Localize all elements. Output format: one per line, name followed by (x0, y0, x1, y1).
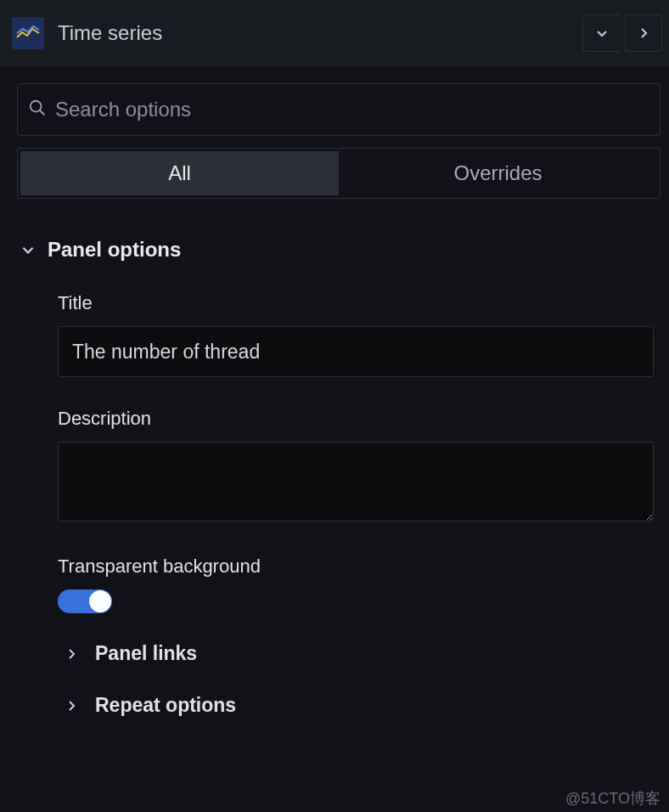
description-input[interactable] (58, 442, 654, 522)
title-label: Title (58, 292, 654, 314)
collapse-panel-button[interactable] (625, 14, 662, 52)
tab-all[interactable]: All (20, 151, 339, 195)
search-options-input[interactable] (55, 98, 649, 121)
panel-options-section: Panel options Title Description Transpar… (17, 238, 661, 717)
description-label: Description (58, 408, 654, 430)
svg-line-1 (40, 110, 45, 116)
tab-overrides[interactable]: Overrides (339, 151, 657, 195)
panel-links-label: Panel links (95, 642, 197, 665)
description-field: Description (20, 408, 654, 525)
transparent-label: Transparent background (58, 555, 654, 578)
visualization-dropdown-button[interactable] (582, 14, 620, 52)
repeat-options-section[interactable]: Repeat options (20, 694, 654, 717)
svg-point-0 (31, 101, 42, 112)
repeat-options-label: Repeat options (95, 694, 236, 717)
panel-links-section[interactable]: Panel links (20, 642, 654, 665)
options-tab-group: All Overrides (17, 148, 661, 199)
title-input[interactable] (58, 326, 654, 377)
transparent-field: Transparent background (20, 555, 654, 613)
chevron-down-icon (20, 242, 36, 257)
chevron-down-icon (595, 26, 609, 40)
chevron-right-icon (637, 26, 650, 40)
timeseries-icon (12, 17, 44, 49)
search-icon (28, 99, 47, 121)
panel-options-header[interactable]: Panel options (20, 238, 654, 262)
toggle-knob (89, 590, 111, 612)
watermark: @51CTO博客 (565, 788, 661, 809)
chevron-right-icon (65, 647, 78, 661)
chevron-right-icon (65, 699, 78, 713)
visualization-header: Time series (0, 0, 669, 66)
search-options-wrap[interactable] (17, 83, 661, 136)
transparent-toggle[interactable] (58, 589, 112, 613)
visualization-name[interactable]: Time series (58, 21, 582, 45)
title-field: Title (20, 292, 654, 377)
panel-options-title: Panel options (48, 238, 181, 262)
options-pane: All Overrides Panel options Title Descri… (0, 66, 669, 717)
